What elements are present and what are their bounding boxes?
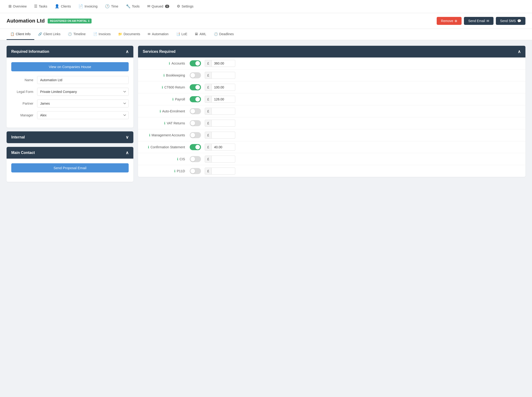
tab-timeline[interactable]: 🕐 Timeline	[64, 29, 89, 40]
tab-automation[interactable]: ✉ Automation	[144, 29, 172, 40]
client-links-tab-icon: 🔗	[38, 32, 42, 36]
send-proposal-button[interactable]: Send Proposal Email	[11, 163, 129, 173]
legal-form-select[interactable]: Private Limited Company	[37, 88, 129, 96]
automation-tab-icon: ✉	[148, 32, 150, 36]
nav-time[interactable]: 🕐 Time	[101, 0, 122, 13]
currency-symbol-accounts: £	[205, 60, 212, 67]
queued-badge: 6	[165, 5, 169, 8]
service-toggle-bookkeeping[interactable]	[190, 72, 201, 78]
nav-invoicing[interactable]: 📄 Invoicing	[75, 0, 101, 13]
currency-symbol-payroll: £	[205, 96, 212, 103]
service-row-auto-enrolment: ℹ Auto-Enrolment £	[138, 105, 526, 117]
price-input-accounts[interactable]	[212, 60, 235, 67]
overview-icon: ⊞	[8, 4, 12, 8]
service-info-icon-auto-enrolment[interactable]: ℹ	[160, 109, 161, 113]
service-price-bookkeeping: £	[205, 72, 235, 79]
service-toggle-accounts[interactable]	[190, 60, 201, 66]
service-row-management-accounts: ℹ Management Accounts £	[138, 129, 526, 141]
service-info-icon-ct600[interactable]: ℹ	[162, 85, 163, 89]
service-info-icon-bookkeeping[interactable]: ℹ	[163, 74, 165, 77]
service-toggle-auto-enrolment[interactable]	[190, 108, 201, 114]
timeline-tab-icon: 🕐	[68, 32, 72, 36]
currency-symbol-confirmation-statement: £	[205, 144, 212, 151]
price-input-cis[interactable]	[212, 155, 235, 163]
price-input-confirmation-statement[interactable]	[212, 144, 235, 151]
name-input[interactable]	[37, 76, 129, 84]
service-price-accounts: £	[205, 60, 235, 67]
manager-select[interactable]: Alex	[37, 111, 129, 119]
page-title-area: Automation Ltd REGISTERED ON AM PORTAL ℹ	[6, 18, 92, 24]
tab-loe[interactable]: 📑 LoE	[172, 29, 191, 40]
service-info-icon-cis[interactable]: ℹ	[177, 157, 178, 161]
service-row-accounts: ℹ Accounts £	[138, 57, 526, 69]
service-info-icon-p11d[interactable]: ℹ	[174, 169, 175, 173]
service-toggle-p11d[interactable]	[190, 168, 201, 174]
main-contact-chevron: ∧	[125, 150, 129, 155]
service-row-cis: ℹ CIS £	[138, 153, 526, 165]
service-toggle-cis[interactable]	[190, 156, 201, 162]
nav-queued[interactable]: ✉ Queued 6	[144, 0, 173, 13]
nav-clients[interactable]: 👤 Clients	[51, 0, 75, 13]
service-price-vat-returns: £	[205, 120, 235, 127]
service-toggle-payroll[interactable]	[190, 96, 201, 102]
service-toggle-confirmation-statement[interactable]	[190, 144, 201, 150]
name-label: Name	[11, 78, 37, 82]
time-icon: 🕐	[105, 4, 110, 8]
nav-tasks[interactable]: ☰ Tasks	[30, 0, 51, 13]
required-info-chevron: ∧	[125, 49, 129, 54]
service-price-management-accounts: £	[205, 132, 235, 139]
internal-header[interactable]: Internal ∨	[6, 131, 133, 143]
price-input-vat-returns[interactable]	[212, 120, 235, 127]
service-info-icon-payroll[interactable]: ℹ	[172, 97, 174, 101]
price-input-management-accounts[interactable]	[212, 132, 235, 139]
services-header[interactable]: Services Required ∧	[138, 46, 526, 57]
price-input-ct600[interactable]	[212, 84, 235, 91]
send-email-button[interactable]: Send Email ✉	[464, 17, 494, 25]
service-info-icon-vat-returns[interactable]: ℹ	[164, 121, 165, 125]
main-contact-header[interactable]: Main Contact ∧	[6, 147, 133, 159]
service-toggle-vat-returns[interactable]	[190, 120, 201, 126]
settings-icon: ⚙	[177, 4, 180, 8]
service-toggle-ct600[interactable]	[190, 84, 201, 90]
service-info-icon-accounts[interactable]: ℹ	[169, 62, 170, 65]
tab-documents[interactable]: 📁 Documents	[114, 29, 144, 40]
nav-tools[interactable]: 🔧 Tools	[122, 0, 144, 13]
service-label-ct600: ℹ CT600 Return	[143, 85, 190, 89]
service-price-confirmation-statement: £	[205, 144, 235, 151]
send-sms-button[interactable]: Send SMS 💬	[496, 17, 526, 25]
service-label-auto-enrolment: ℹ Auto-Enrolment	[143, 109, 190, 113]
tab-client-info[interactable]: 📋 Client Info	[6, 29, 34, 40]
services-panel: Services Required ∧ ℹ Accounts £ ℹ Bookk…	[138, 46, 526, 177]
service-info-icon-confirmation-statement[interactable]: ℹ	[148, 145, 149, 149]
nav-settings[interactable]: ⚙ Settings	[173, 0, 197, 13]
service-toggle-management-accounts[interactable]	[190, 132, 201, 138]
remove-button[interactable]: Remove ⊗	[437, 17, 462, 25]
service-label-confirmation-statement: ℹ Confirmation Statement	[143, 145, 190, 149]
service-price-ct600: £	[205, 84, 235, 91]
view-companies-house-button[interactable]: View on Companies House	[11, 62, 129, 71]
tab-invoices[interactable]: 📄 Invoices	[89, 29, 114, 40]
price-input-p11d[interactable]	[212, 167, 235, 174]
page-header: Automation Ltd REGISTERED ON AM PORTAL ℹ…	[0, 13, 532, 29]
partner-select[interactable]: James	[37, 99, 129, 107]
service-price-auto-enrolment: £	[205, 108, 235, 115]
tab-deadlines[interactable]: 🕐 Deadlines	[210, 29, 238, 40]
tab-client-links[interactable]: 🔗 Client Links	[34, 29, 64, 40]
required-info-header[interactable]: Required Information ∧	[6, 46, 133, 57]
price-input-auto-enrolment[interactable]	[212, 108, 235, 115]
clients-icon: 👤	[55, 4, 59, 8]
tab-aml[interactable]: 🏛 AML	[191, 29, 210, 40]
nav-overview[interactable]: ⊞ Overview	[5, 0, 30, 13]
sms-icon: 💬	[517, 19, 521, 23]
main-nav: ⊞ Overview ☰ Tasks 👤 Clients 📄 Invoicing…	[0, 0, 532, 13]
service-price-p11d: £	[205, 167, 235, 174]
price-input-bookkeeping[interactable]	[212, 72, 235, 79]
queued-icon: ✉	[147, 4, 150, 8]
service-info-icon-management-accounts[interactable]: ℹ	[149, 133, 150, 137]
price-input-payroll[interactable]	[212, 96, 235, 103]
currency-symbol-management-accounts: £	[205, 132, 212, 139]
legal-form-label: Legal Form	[11, 90, 37, 94]
legal-form-row: Legal Form Private Limited Company	[11, 88, 129, 96]
required-info-body: View on Companies House Name Legal Form …	[6, 57, 133, 128]
main-content: Required Information ∧ View on Companies…	[0, 40, 532, 187]
